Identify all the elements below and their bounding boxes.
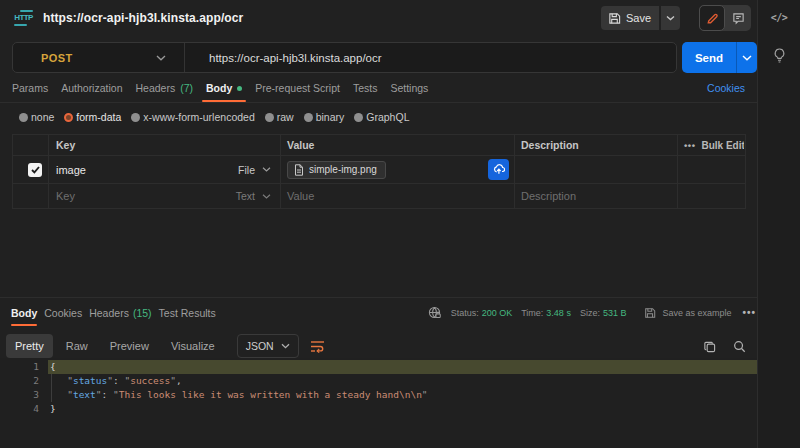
network-icon[interactable] xyxy=(428,306,442,320)
chevron-down-icon xyxy=(156,55,166,61)
chevron-down-icon xyxy=(742,55,752,61)
code-line: 1 { xyxy=(0,360,757,374)
response-tab-test-results[interactable]: Test Results xyxy=(159,298,216,327)
cookies-link[interactable]: Cookies xyxy=(707,74,745,102)
radio-icon xyxy=(131,113,140,122)
format-select[interactable]: JSON xyxy=(237,334,299,358)
save-options-button[interactable] xyxy=(661,6,680,30)
view-pretty[interactable]: Pretty xyxy=(6,334,53,358)
pencil-icon xyxy=(706,12,719,25)
value-cell[interactable]: simple-img.png xyxy=(281,156,515,183)
response-tab-cookies[interactable]: Cookies xyxy=(44,298,82,327)
row-checkbox[interactable] xyxy=(28,163,42,177)
cloud-upload-icon xyxy=(492,164,505,175)
time-meta: Time: 3.48 s xyxy=(521,308,571,318)
code-line: 3 "text": "This looks like it was writte… xyxy=(0,388,757,402)
view-visualize[interactable]: Visualize xyxy=(162,334,224,358)
body-type-binary[interactable]: binary xyxy=(304,111,345,123)
tab-headers[interactable]: Headers(7) xyxy=(135,74,193,102)
headers-count-badge: (7) xyxy=(180,82,193,94)
comment-icon xyxy=(732,12,745,25)
chevron-down-icon xyxy=(281,343,290,349)
tab-authorization[interactable]: Authorization xyxy=(61,74,122,102)
radio-icon xyxy=(19,113,28,122)
value-cell[interactable]: Value xyxy=(281,184,515,208)
tab-settings[interactable]: Settings xyxy=(390,74,428,102)
method-label: POST xyxy=(41,52,73,64)
response-body-viewer[interactable]: 1 { 2 "status": "success", 3 "text": "Th… xyxy=(0,358,757,448)
description-cell[interactable]: Description xyxy=(515,184,678,208)
file-icon xyxy=(294,164,304,176)
edit-request-button[interactable] xyxy=(699,5,725,31)
bulk-edit-button[interactable]: Bulk Edit xyxy=(701,140,744,151)
save-as-example-button[interactable]: Save as example xyxy=(644,307,731,319)
url-input[interactable] xyxy=(185,44,676,71)
key-cell[interactable]: image File xyxy=(49,156,281,183)
wrap-text-button[interactable] xyxy=(307,335,329,357)
chevron-down-icon xyxy=(262,194,271,199)
save-button-group: Save xyxy=(601,6,680,30)
copy-icon[interactable] xyxy=(702,339,716,353)
radio-icon xyxy=(265,113,274,122)
send-options-button[interactable] xyxy=(736,42,757,73)
save-icon xyxy=(644,307,656,319)
value-placeholder: Value xyxy=(287,190,314,202)
response-more-options-icon[interactable]: ••• xyxy=(742,307,756,318)
size-value: 531 B xyxy=(603,308,627,318)
body-type-x-www-form-urlencoded[interactable]: x-www-form-urlencoded xyxy=(131,111,254,123)
status-label: Status: xyxy=(451,308,479,318)
tab-params[interactable]: Params xyxy=(12,74,48,102)
row-checkbox-cell xyxy=(13,184,49,208)
right-sidebar: </> xyxy=(757,0,800,448)
tab-pre-request-script[interactable]: Pre-request Script xyxy=(255,74,340,102)
lightbulb-icon[interactable] xyxy=(773,47,786,63)
view-preview[interactable]: Preview xyxy=(101,334,158,358)
radio-icon xyxy=(354,113,363,122)
value-type-select[interactable]: Text xyxy=(236,190,271,202)
search-icon[interactable] xyxy=(732,339,746,353)
request-title: https://ocr-api-hjb3l.kinsta.app/ocr xyxy=(43,11,243,25)
response-tab-headers[interactable]: Headers(15) xyxy=(89,298,151,327)
line-number: 2 xyxy=(0,374,48,388)
table-row: image File simple-img.png xyxy=(13,156,745,184)
row-checkbox-cell xyxy=(13,156,49,183)
cloud-upload-button[interactable] xyxy=(488,159,509,180)
description-cell[interactable] xyxy=(515,156,678,183)
code-snippet-icon[interactable]: </> xyxy=(771,9,788,25)
value-type-select[interactable]: File xyxy=(238,164,271,176)
body-type-none[interactable]: none xyxy=(19,111,54,123)
method-selector[interactable]: POST xyxy=(13,43,184,72)
send-button[interactable]: Send xyxy=(682,42,736,73)
body-type-raw[interactable]: raw xyxy=(265,111,294,123)
view-raw[interactable]: Raw xyxy=(57,334,97,358)
file-chip[interactable]: simple-img.png xyxy=(287,161,386,179)
comment-button[interactable] xyxy=(725,5,751,31)
table-row-empty: Key Text Value Description xyxy=(13,184,745,208)
body-content-dot xyxy=(237,86,242,91)
radio-icon xyxy=(304,113,313,122)
more-options-icon[interactable]: ••• xyxy=(684,140,695,151)
row-actions-cell xyxy=(678,156,744,183)
code-line: 2 "status": "success", xyxy=(0,374,757,388)
body-type-graphql[interactable]: GraphQL xyxy=(354,111,409,123)
response-tab-body[interactable]: Body xyxy=(11,298,37,327)
body-type-selector: none form-data x-www-form-urlencoded raw… xyxy=(0,103,757,131)
description-placeholder: Description xyxy=(521,190,576,202)
key-placeholder: Key xyxy=(56,190,75,202)
key-cell[interactable]: Key Text xyxy=(49,184,281,208)
save-icon xyxy=(608,12,621,25)
time-label: Time: xyxy=(521,308,543,318)
response-headers-count-badge: (15) xyxy=(133,307,152,319)
save-button[interactable]: Save xyxy=(601,6,659,30)
tab-body[interactable]: Body xyxy=(206,74,242,102)
body-type-form-data[interactable]: form-data xyxy=(64,111,121,123)
code-line: 4 } xyxy=(0,402,757,416)
tab-tests[interactable]: Tests xyxy=(353,74,378,102)
table-actions-cell: ••• Bulk Edit xyxy=(678,135,744,155)
edit-comment-group xyxy=(699,5,751,31)
http-request-icon: HTTP xyxy=(14,10,33,26)
send-button-group: Send xyxy=(682,42,757,73)
time-value: 3.48 s xyxy=(546,308,571,318)
key-text: image xyxy=(56,164,86,176)
size-meta: Size: 531 B xyxy=(580,308,627,318)
